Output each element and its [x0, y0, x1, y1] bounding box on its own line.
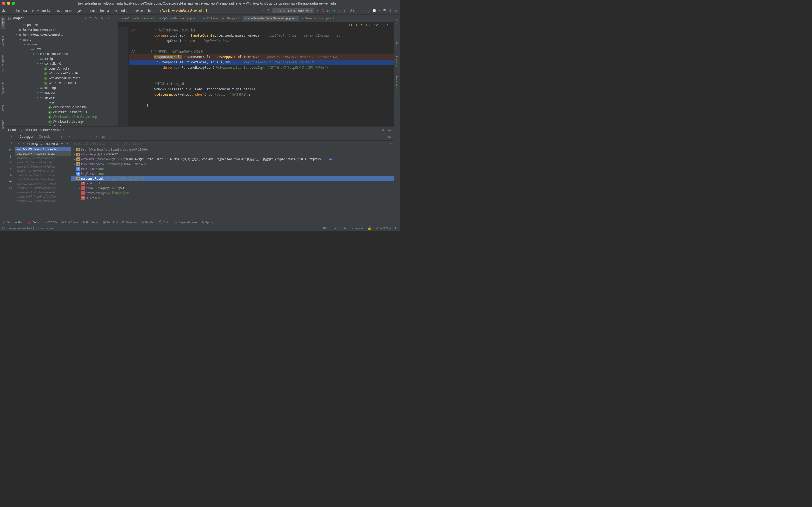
bottom-tab-profiler[interactable]: ◔Profiler: [141, 220, 155, 224]
git-rollback-icon[interactable]: ↶: [378, 9, 382, 13]
code-line[interactable]: if(!responseResult.getCode().equals(200)…: [129, 60, 394, 65]
frames-dropdown-icon[interactable]: ▾: [65, 142, 69, 146]
git-history-icon[interactable]: 🕐: [372, 9, 376, 13]
nav-back-icon[interactable]: ↶: [261, 9, 266, 13]
variable-row[interactable]: ▸ptextAndImages = {HashMap@15648} size =…: [71, 162, 394, 167]
variable-row[interactable]: ▸fcode = {Integer@16552} 503: [71, 186, 394, 191]
breadcrumb-item[interactable]: vice: [2, 9, 7, 13]
stack-frame[interactable]: autoScanWmNews:64, Test1: [15, 152, 71, 156]
bottom-tab-debug[interactable]: 🐞Debug: [27, 220, 41, 224]
tree-item[interactable]: ▾▬src: [6, 37, 118, 42]
expand-all-icon[interactable]: ⇱: [94, 16, 98, 20]
debug-tab-console[interactable]: Console: [38, 134, 52, 140]
filter-frames-icon[interactable]: ▼: [60, 142, 64, 146]
stack-frame[interactable]: autoScanWmNews:81, WmNe: [15, 147, 71, 152]
tree-item[interactable]: ▾▭impl: [6, 100, 118, 105]
debug-icon[interactable]: 🐞: [321, 9, 325, 13]
right-tab-jclasslib[interactable]: jclasslib: [395, 34, 399, 48]
prev-frame-icon[interactable]: ↶: [17, 142, 21, 146]
tree-item[interactable]: cWmUserServiceImpl: [6, 124, 118, 126]
breadcrumb-item[interactable]: ● WmNewsAutoScanServiceImpl: [160, 9, 207, 13]
minimize-window-button[interactable]: [7, 2, 10, 5]
code-editor[interactable]: // 3、审核图片的内容，百度云接口 boolean imgCheck = ha…: [118, 27, 394, 126]
tree-item[interactable]: cWmMaterialController: [6, 76, 118, 80]
drop-frame-icon[interactable]: ⤺: [94, 135, 99, 139]
resume-icon[interactable]: ▶: [8, 147, 13, 152]
git-push-icon[interactable]: ↗: [367, 9, 371, 13]
code-line[interactable]: [129, 44, 394, 49]
stack-frame[interactable]: invokeExplosively:47, Framew: [15, 181, 71, 186]
variable-row[interactable]: ▸pid = {Integer@15646} 6232: [71, 152, 394, 157]
code-line[interactable]: [129, 97, 394, 103]
left-tab-structure[interactable]: Structure: [1, 118, 5, 133]
bottom-tab-terminal[interactable]: ▣Terminal: [103, 220, 118, 224]
git-commit-icon[interactable]: ✓: [361, 9, 366, 13]
bottom-tab-git[interactable]: ⎇Git: [2, 220, 10, 224]
tree-item[interactable]: ▾▭controller.v1: [6, 61, 118, 66]
status-extra-icon[interactable]: ⊞: [395, 226, 397, 230]
stack-frame[interactable]: evaluate:17, InvokeMethod (o: [15, 186, 71, 190]
maximize-window-button[interactable]: [12, 2, 15, 5]
bottom-tab-run[interactable]: ▶Run: [15, 220, 23, 224]
collapse-all-icon[interactable]: ⇲: [100, 16, 104, 20]
step-into-icon[interactable]: ↓: [73, 135, 77, 139]
breadcrumb-item[interactable]: heima: [100, 9, 109, 13]
ide-logo-icon[interactable]: ◉: [394, 9, 398, 13]
right-tab-maven[interactable]: Maven: [395, 17, 399, 29]
run-config-selector[interactable]: ⬥ Test1.autoScanWmNews ▾: [272, 8, 314, 13]
step-out-icon[interactable]: ↑: [87, 135, 92, 139]
tree-item[interactable]: cWmNewsAutoScanServiceImpl: [6, 114, 118, 119]
left-tab-commit[interactable]: Commit: [1, 35, 5, 48]
code-line[interactable]: ResponseResult responseResult = saveAppA…: [129, 54, 394, 60]
code-line[interactable]: // 3、审核图片的内容，百度云接口: [129, 27, 394, 33]
eval-expr-icon[interactable]: ▦: [101, 135, 106, 139]
variable-row[interactable]: ferrorMessage = "获取数据失败": [71, 191, 394, 195]
bottom-tab-services[interactable]: ⚙Services: [122, 220, 137, 224]
code-line[interactable]: throw new RuntimeException("WmNewsAutoSc…: [129, 65, 394, 70]
indent-info[interactable]: 4 spaces: [352, 227, 364, 230]
variable-row[interactable]: ▸pwmNews = {WmNews@15647} "WmNews(id=623…: [71, 157, 394, 162]
eval-input[interactable]: Evaluate expression (⌃) or add a watch (…: [71, 141, 394, 147]
tree-item[interactable]: ▸▭config: [6, 56, 118, 61]
hide-panel-icon[interactable]: —: [111, 16, 116, 20]
code-line[interactable]: // 4、审核成功，保存app端的相关数据: [129, 49, 394, 54]
bottom-tab-build[interactable]: 🔨Build: [159, 220, 170, 224]
debug-settings-icon[interactable]: ⚙: [381, 128, 385, 132]
code-line[interactable]: }: [129, 103, 394, 108]
select-opened-icon[interactable]: ⊙: [88, 16, 92, 20]
line-separator[interactable]: LF: [333, 227, 336, 230]
breadcrumb-item[interactable]: wemedia: [114, 9, 127, 13]
settings-icon[interactable]: ⚙: [388, 9, 393, 13]
caret-position[interactable]: 81:1: [323, 227, 329, 230]
variable-row[interactable]: fhost = null: [71, 181, 394, 186]
tree-item[interactable]: ▾▭service: [6, 95, 118, 100]
tree-item[interactable]: cWmMaterialServiceImpl: [6, 110, 118, 114]
run-icon[interactable]: ▶: [315, 9, 320, 13]
readonly-icon[interactable]: 🔒: [367, 226, 371, 230]
editor-tab[interactable]: ●WmNewsAutoScanServiceImpl.java×: [243, 15, 299, 21]
breadcrumb-item[interactable]: service: [133, 9, 143, 13]
panel-settings-icon[interactable]: ⚙: [106, 16, 110, 20]
git-update-icon[interactable]: ✓: [356, 9, 360, 13]
variables-list[interactable]: ▸pthis = {WmNewsAutoScanServiceImpl@1146…: [71, 147, 394, 219]
mute-bp-icon[interactable]: ⊘: [8, 173, 13, 177]
left-tab-project[interactable]: Project: [1, 17, 5, 29]
layout-icon[interactable]: ▦: [387, 135, 392, 139]
code-line[interactable]: boolean imgCheck = handleScanImg(textAnd…: [129, 33, 394, 38]
tree-item[interactable]: ▸▣heima-leadnews-user: [6, 27, 118, 32]
breakpoints-icon[interactable]: ●: [8, 167, 13, 171]
editor-tab[interactable]: ●WmNewsController.java×: [201, 15, 242, 21]
editor-gutter[interactable]: [118, 27, 128, 126]
variable-row[interactable]: otextCheck = true: [71, 167, 394, 171]
tree-item[interactable]: cWmNewsController: [6, 80, 118, 86]
editor-tab[interactable]: ●ApArticleService.java×: [119, 15, 157, 21]
stack-frame[interactable]: evaluate:84, RunAfterTestExe: [15, 194, 71, 199]
file-encoding[interactable]: UTF-8: [340, 227, 348, 230]
tree-item[interactable]: ▾▭com.heima.wemedia: [6, 52, 118, 56]
tree-item[interactable]: mpom.xml: [6, 22, 118, 27]
code-line[interactable]: [129, 76, 394, 81]
breadcrumb-item[interactable]: heima-leadnews-wemedia: [13, 9, 50, 13]
left-tab-bookmarks[interactable]: Bookmarks: [1, 80, 5, 98]
breadcrumb-item[interactable]: com: [89, 9, 95, 13]
attach-icon[interactable]: ⤓: [337, 9, 341, 13]
